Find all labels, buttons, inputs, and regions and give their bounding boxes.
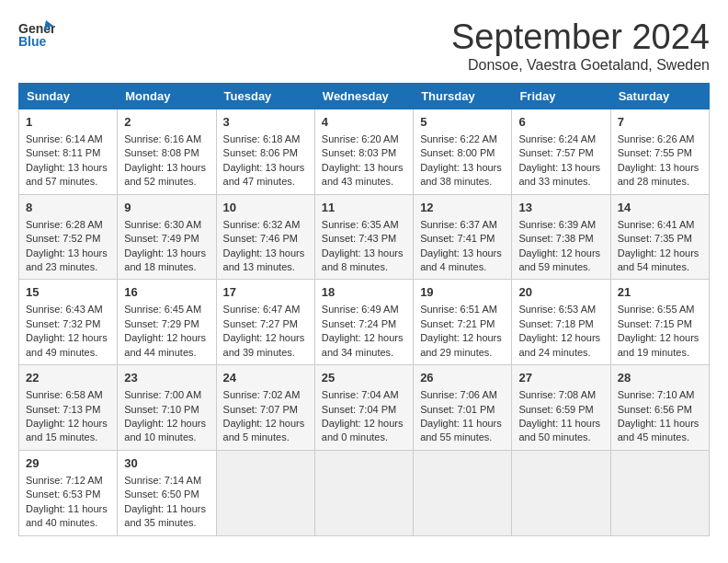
day-info: Sunrise: 7:06 AM Sunset: 7:01 PM Dayligh… xyxy=(420,388,505,445)
week-row-3: 15Sunrise: 6:43 AM Sunset: 7:32 PM Dayli… xyxy=(19,280,710,365)
calendar-cell: 5Sunrise: 6:22 AM Sunset: 8:00 PM Daylig… xyxy=(414,109,512,194)
calendar-cell: 10Sunrise: 6:32 AM Sunset: 7:46 PM Dayli… xyxy=(216,194,314,280)
calendar-cell: 3Sunrise: 6:18 AM Sunset: 8:06 PM Daylig… xyxy=(216,109,314,194)
day-info: Sunrise: 6:16 AM Sunset: 8:08 PM Dayligh… xyxy=(124,132,209,190)
day-info: Sunrise: 6:43 AM Sunset: 7:32 PM Dayligh… xyxy=(26,303,110,360)
calendar-table: SundayMondayTuesdayWednesdayThursdayFrid… xyxy=(18,83,710,536)
logo-icon: General Blue xyxy=(18,18,55,54)
calendar-cell: 22Sunrise: 6:58 AM Sunset: 7:13 PM Dayli… xyxy=(19,365,118,451)
day-info: Sunrise: 6:51 AM Sunset: 7:21 PM Dayligh… xyxy=(420,303,505,360)
calendar-cell: 27Sunrise: 7:08 AM Sunset: 6:59 PM Dayli… xyxy=(512,365,610,451)
day-info: Sunrise: 6:47 AM Sunset: 7:27 PM Dayligh… xyxy=(223,303,308,360)
column-header-wednesday: Wednesday xyxy=(314,83,413,109)
column-header-sunday: Sunday xyxy=(19,83,118,109)
calendar-cell: 8Sunrise: 6:28 AM Sunset: 7:52 PM Daylig… xyxy=(19,194,118,280)
day-number: 5 xyxy=(420,114,505,131)
day-number: 9 xyxy=(124,200,209,216)
calendar-cell: 29Sunrise: 7:12 AM Sunset: 6:53 PM Dayli… xyxy=(19,450,118,535)
day-number: 30 xyxy=(124,455,209,472)
svg-text:Blue: Blue xyxy=(18,34,47,49)
day-info: Sunrise: 7:02 AM Sunset: 7:07 PM Dayligh… xyxy=(223,388,308,445)
day-info: Sunrise: 6:58 AM Sunset: 7:13 PM Dayligh… xyxy=(26,388,110,445)
calendar-cell: 26Sunrise: 7:06 AM Sunset: 7:01 PM Dayli… xyxy=(414,365,512,451)
day-number: 24 xyxy=(223,370,308,386)
calendar-cell xyxy=(512,450,610,535)
day-number: 19 xyxy=(420,284,505,301)
day-number: 16 xyxy=(124,284,209,301)
calendar-cell xyxy=(610,450,709,535)
calendar-cell xyxy=(314,450,413,535)
day-info: Sunrise: 7:12 AM Sunset: 6:53 PM Dayligh… xyxy=(26,474,110,531)
day-info: Sunrise: 6:22 AM Sunset: 8:00 PM Dayligh… xyxy=(420,132,505,190)
column-header-friday: Friday xyxy=(512,83,610,109)
main-title: September 2024 xyxy=(451,18,710,57)
day-number: 23 xyxy=(124,370,209,386)
day-info: Sunrise: 6:30 AM Sunset: 7:49 PM Dayligh… xyxy=(124,218,209,275)
day-info: Sunrise: 6:32 AM Sunset: 7:46 PM Dayligh… xyxy=(223,218,308,275)
calendar-cell: 20Sunrise: 6:53 AM Sunset: 7:18 PM Dayli… xyxy=(512,280,610,365)
calendar-cell: 15Sunrise: 6:43 AM Sunset: 7:32 PM Dayli… xyxy=(19,280,118,365)
day-info: Sunrise: 7:10 AM Sunset: 6:56 PM Dayligh… xyxy=(618,388,702,445)
calendar-cell: 24Sunrise: 7:02 AM Sunset: 7:07 PM Dayli… xyxy=(216,365,314,451)
day-number: 1 xyxy=(26,114,110,131)
day-info: Sunrise: 6:35 AM Sunset: 7:43 PM Dayligh… xyxy=(322,218,406,275)
calendar-cell: 2Sunrise: 6:16 AM Sunset: 8:08 PM Daylig… xyxy=(118,109,216,194)
day-number: 6 xyxy=(518,114,603,131)
day-info: Sunrise: 6:53 AM Sunset: 7:18 PM Dayligh… xyxy=(518,303,603,360)
day-number: 2 xyxy=(124,114,209,131)
day-info: Sunrise: 7:08 AM Sunset: 6:59 PM Dayligh… xyxy=(518,388,603,445)
calendar-cell: 30Sunrise: 7:14 AM Sunset: 6:50 PM Dayli… xyxy=(118,450,216,535)
day-number: 28 xyxy=(618,370,702,386)
day-number: 20 xyxy=(518,284,603,301)
column-header-monday: Monday xyxy=(118,83,216,109)
day-info: Sunrise: 6:18 AM Sunset: 8:06 PM Dayligh… xyxy=(223,132,308,190)
day-info: Sunrise: 6:39 AM Sunset: 7:38 PM Dayligh… xyxy=(518,218,603,275)
day-info: Sunrise: 7:04 AM Sunset: 7:04 PM Dayligh… xyxy=(322,388,406,445)
calendar-cell: 6Sunrise: 6:24 AM Sunset: 7:57 PM Daylig… xyxy=(512,109,610,194)
title-block: September 2024 Donsoe, Vaestra Goetaland… xyxy=(451,18,710,74)
week-row-2: 8Sunrise: 6:28 AM Sunset: 7:52 PM Daylig… xyxy=(19,194,710,280)
day-info: Sunrise: 7:14 AM Sunset: 6:50 PM Dayligh… xyxy=(124,474,209,531)
calendar-cell: 16Sunrise: 6:45 AM Sunset: 7:29 PM Dayli… xyxy=(118,280,216,365)
day-info: Sunrise: 6:45 AM Sunset: 7:29 PM Dayligh… xyxy=(124,303,209,360)
day-number: 26 xyxy=(420,370,505,386)
column-header-saturday: Saturday xyxy=(610,83,709,109)
column-header-thursday: Thursday xyxy=(414,83,512,109)
calendar-cell: 1Sunrise: 6:14 AM Sunset: 8:11 PM Daylig… xyxy=(19,109,118,194)
day-number: 4 xyxy=(322,114,406,131)
day-info: Sunrise: 6:41 AM Sunset: 7:35 PM Dayligh… xyxy=(618,218,702,275)
calendar-cell xyxy=(216,450,314,535)
day-number: 8 xyxy=(26,200,110,216)
day-number: 13 xyxy=(518,200,603,216)
day-info: Sunrise: 6:14 AM Sunset: 8:11 PM Dayligh… xyxy=(26,132,110,190)
day-number: 21 xyxy=(618,284,702,301)
day-info: Sunrise: 6:20 AM Sunset: 8:03 PM Dayligh… xyxy=(322,132,406,190)
day-info: Sunrise: 6:55 AM Sunset: 7:15 PM Dayligh… xyxy=(618,303,702,360)
calendar-cell: 12Sunrise: 6:37 AM Sunset: 7:41 PM Dayli… xyxy=(414,194,512,280)
day-number: 7 xyxy=(618,114,702,131)
day-number: 27 xyxy=(518,370,603,386)
calendar-cell: 9Sunrise: 6:30 AM Sunset: 7:49 PM Daylig… xyxy=(118,194,216,280)
day-number: 17 xyxy=(223,284,308,301)
week-row-4: 22Sunrise: 6:58 AM Sunset: 7:13 PM Dayli… xyxy=(19,365,710,451)
day-number: 18 xyxy=(322,284,406,301)
calendar-cell xyxy=(414,450,512,535)
day-number: 15 xyxy=(26,284,110,301)
day-number: 22 xyxy=(26,370,110,386)
calendar-cell: 4Sunrise: 6:20 AM Sunset: 8:03 PM Daylig… xyxy=(314,109,413,194)
day-info: Sunrise: 6:24 AM Sunset: 7:57 PM Dayligh… xyxy=(518,132,603,190)
calendar-cell: 13Sunrise: 6:39 AM Sunset: 7:38 PM Dayli… xyxy=(512,194,610,280)
calendar-cell: 28Sunrise: 7:10 AM Sunset: 6:56 PM Dayli… xyxy=(610,365,709,451)
day-info: Sunrise: 6:49 AM Sunset: 7:24 PM Dayligh… xyxy=(322,303,406,360)
calendar-cell: 7Sunrise: 6:26 AM Sunset: 7:55 PM Daylig… xyxy=(610,109,709,194)
day-number: 11 xyxy=(322,200,406,216)
calendar-cell: 17Sunrise: 6:47 AM Sunset: 7:27 PM Dayli… xyxy=(216,280,314,365)
calendar-cell: 18Sunrise: 6:49 AM Sunset: 7:24 PM Dayli… xyxy=(314,280,413,365)
week-row-1: 1Sunrise: 6:14 AM Sunset: 8:11 PM Daylig… xyxy=(19,109,710,194)
day-info: Sunrise: 6:28 AM Sunset: 7:52 PM Dayligh… xyxy=(26,218,110,275)
page-header: General Blue September 2024 Donsoe, Vaes… xyxy=(18,18,710,74)
day-number: 14 xyxy=(618,200,702,216)
logo: General Blue xyxy=(18,18,55,54)
calendar-cell: 11Sunrise: 6:35 AM Sunset: 7:43 PM Dayli… xyxy=(314,194,413,280)
calendar-cell: 14Sunrise: 6:41 AM Sunset: 7:35 PM Dayli… xyxy=(610,194,709,280)
